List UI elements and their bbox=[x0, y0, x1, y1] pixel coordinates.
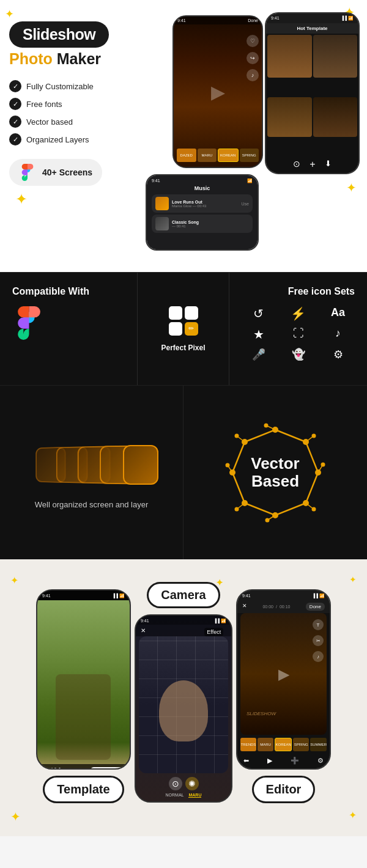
icon-microphone: 🎤 bbox=[242, 348, 275, 361]
sparkle-badge: ✦ bbox=[15, 191, 28, 208]
compat-left: Compatible With bbox=[0, 273, 138, 385]
feature-label-2: Free fonts bbox=[26, 100, 62, 109]
editor-label-text: Editor bbox=[266, 782, 302, 796]
feature-item-2: ✓ Free fonts bbox=[9, 98, 141, 110]
layers-caption: Well organized screen and layer bbox=[35, 500, 148, 509]
compatible-label: Compatible With bbox=[12, 286, 125, 297]
template-label-text: Template bbox=[57, 782, 109, 796]
phone-frame-camera: 9:41▐▐ 📶 ✕ Effect OO Calibrat Beautify bbox=[135, 614, 232, 803]
subtitle-photo: Photo bbox=[9, 50, 53, 67]
phone-main: 9:41▐▐ 📶 Hot Template ⊙ + ⬇ bbox=[265, 12, 360, 174]
icon-music-note: ♪ bbox=[321, 327, 355, 342]
phone-wrapper-camera: Camera ✦ 9:41▐▐ 📶 ✕ Effect OO Cali bbox=[135, 582, 232, 803]
free-icons-col: Free icon Sets ↺ ⚡ Aa ★ ⛶ ♪ 🎤 👻 ⚙ bbox=[229, 273, 367, 385]
phone-frame-template: 9:41▐▐ 📶 Food & Joy Chilling on the beac… bbox=[36, 589, 131, 770]
icon-lightning: ⚡ bbox=[281, 306, 315, 321]
sparkle-topleft: ✦ bbox=[5, 7, 14, 21]
camera-label-text: Camera bbox=[161, 588, 206, 601]
svg-point-21 bbox=[265, 518, 270, 523]
editor-label-box: Editor bbox=[252, 776, 316, 803]
title-text: Slideshow bbox=[23, 26, 95, 43]
phone-performer: 9:41Done ▶ ♡ ↪ ♪ DAZED MARU KOREAN SPRIN… bbox=[172, 15, 263, 168]
svg-point-15 bbox=[235, 434, 239, 438]
screens-count-text: 40+ Screens bbox=[42, 167, 92, 177]
figma-logo bbox=[12, 306, 46, 340]
icons-grid: ↺ ⚡ Aa ★ ⛶ ♪ 🎤 👻 ⚙ bbox=[242, 306, 355, 361]
sparkle-bottom-left: ✦ bbox=[10, 809, 21, 824]
sparkle-bottom-right: ✦ bbox=[349, 809, 357, 824]
feature-item-4: ✓ Organized Layers bbox=[9, 133, 141, 145]
svg-point-11 bbox=[312, 434, 316, 438]
check-icon-3: ✓ bbox=[9, 116, 21, 128]
feature-list: ✓ Fully Customizable ✓ Free fonts ✓ Vect… bbox=[9, 80, 141, 145]
icon-ghost: 👻 bbox=[281, 348, 315, 361]
camera-label-box: Camera ✦ bbox=[147, 582, 220, 608]
figma-icon-small bbox=[19, 164, 36, 181]
phone-frame-editor: 9:41▐▐ 📶 ✕ 00:00 / 00:10 Done bbox=[236, 589, 331, 770]
phone-wrapper-editor: 9:41▐▐ 📶 ✕ 00:00 / 00:10 Done bbox=[236, 589, 331, 803]
phone-music: 9:41📶 Music Love Runs Out Mama Glow — 00… bbox=[146, 174, 259, 251]
compatible-section: Compatible With ✏ Perfect Pixel Free ico… bbox=[0, 272, 367, 385]
pixel-grid-icon: ✏ bbox=[169, 306, 198, 336]
feature-label-4: Organized Layers bbox=[26, 135, 89, 144]
check-icon-4: ✓ bbox=[9, 133, 21, 145]
layers-visual bbox=[25, 439, 158, 491]
phones-row: 9:41▐▐ 📶 Food & Joy Chilling on the beac… bbox=[7, 589, 360, 803]
title-box: Slideshow bbox=[9, 21, 109, 48]
vector-block: Vector Based bbox=[184, 386, 367, 559]
vector-visual: Vector Based bbox=[223, 421, 327, 524]
free-icons-label: Free icon Sets bbox=[242, 286, 355, 297]
icon-circle-arrow: ↺ bbox=[242, 306, 275, 321]
layers-block: Well organized screen and layer bbox=[0, 386, 184, 559]
subtitle-maker: Maker bbox=[53, 50, 101, 67]
vector-text: Vector Based bbox=[251, 455, 300, 490]
hero-phones: 9:41▐▐ 📶 Hot Template ⊙ + ⬇ bbox=[146, 12, 360, 263]
subtitle-line: Photo Maker bbox=[9, 50, 141, 68]
feature-label-1: Fully Customizable bbox=[26, 82, 94, 91]
icon-crop: ⛶ bbox=[281, 327, 315, 342]
hero-section: ✦ ✦ Slideshow Photo Maker ✓ Fully Custom… bbox=[0, 0, 367, 272]
check-icon-2: ✓ bbox=[9, 98, 21, 110]
template-label-box: Template bbox=[43, 776, 124, 803]
bottom-sparkles: ✦ ✦ bbox=[7, 803, 360, 827]
features-section: Well organized screen and layer bbox=[0, 385, 367, 559]
phone-screen-template: 9:41▐▐ 📶 Food & Joy Chilling on the beac… bbox=[37, 590, 130, 768]
sparkle-hero-br: ✦ bbox=[346, 180, 357, 195]
feature-item-1: ✓ Fully Customizable bbox=[9, 80, 141, 92]
svg-point-23 bbox=[312, 507, 316, 512]
vector-line2: Based bbox=[251, 473, 300, 490]
icon-settings-wheel: ⚙ bbox=[321, 348, 355, 361]
phone-main-content: 9:41▐▐ 📶 Hot Template ⊙ + ⬇ bbox=[266, 13, 358, 173]
svg-point-13 bbox=[321, 463, 325, 467]
sparkle-screens-tr: ✦ bbox=[349, 575, 357, 584]
icon-star: ★ bbox=[242, 327, 275, 342]
sparkle-screens-tl: ✦ bbox=[10, 575, 18, 586]
perfect-pixel-label: Perfect Pixel bbox=[161, 344, 205, 352]
icon-text-aa: Aa bbox=[321, 306, 355, 321]
screens-section: ✦ ✦ 9:41▐▐ 📶 bbox=[0, 559, 367, 836]
svg-point-17 bbox=[226, 463, 230, 468]
check-icon-1: ✓ bbox=[9, 80, 21, 92]
screens-badge: 40+ Screens bbox=[9, 159, 102, 186]
perfect-pixel-center: ✏ Perfect Pixel bbox=[138, 273, 229, 385]
phone-wrapper-template: 9:41▐▐ 📶 Food & Joy Chilling on the beac… bbox=[36, 589, 131, 803]
feature-item-3: ✓ Vector based bbox=[9, 116, 141, 128]
hero-left: Slideshow Photo Maker ✓ Fully Customizab… bbox=[9, 12, 141, 263]
svg-point-19 bbox=[235, 507, 239, 512]
svg-point-9 bbox=[264, 424, 269, 428]
feature-label-3: Vector based bbox=[26, 117, 73, 127]
vector-line1: Vector bbox=[251, 455, 300, 473]
